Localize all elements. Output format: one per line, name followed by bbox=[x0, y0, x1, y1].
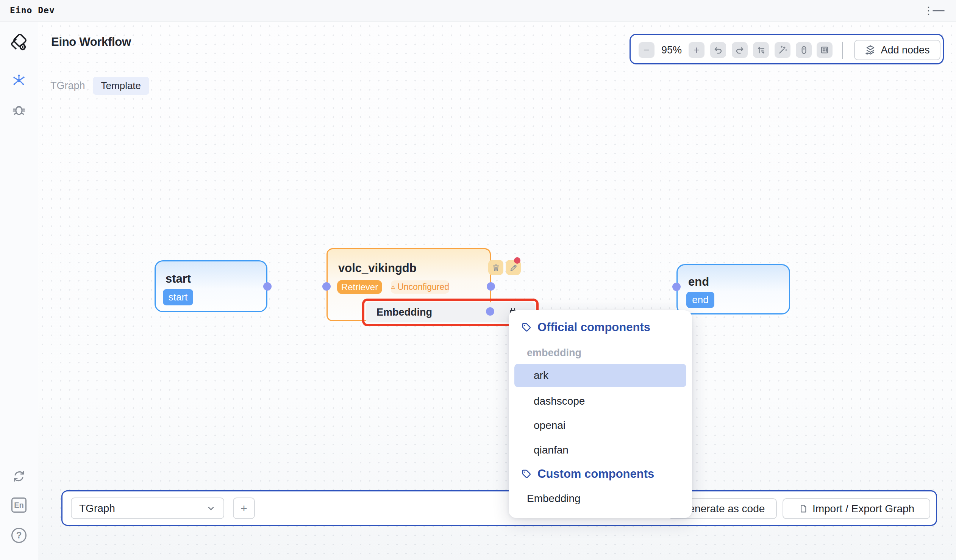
window-minimize-icon[interactable] bbox=[932, 10, 945, 11]
help-glyph: ? bbox=[11, 528, 27, 543]
edit-notification-dot bbox=[514, 257, 520, 264]
page-title: Eino Workflow bbox=[51, 35, 131, 49]
component-picker-panel: Official components embedding ark dashsc… bbox=[509, 310, 692, 518]
node-status-badge: Unconfigured bbox=[391, 280, 449, 294]
warning-icon bbox=[391, 283, 395, 291]
component-item-openai[interactable]: openai bbox=[514, 414, 686, 437]
language-toggle-icon[interactable]: En bbox=[11, 497, 27, 513]
zoom-in-button[interactable]: + bbox=[689, 42, 704, 58]
chevron-down-icon bbox=[206, 503, 216, 513]
breadcrumb: TGraph Template bbox=[50, 77, 149, 95]
node-start[interactable]: start start bbox=[154, 260, 267, 312]
layers-plus-icon bbox=[865, 44, 876, 56]
embedding-slot-label: Embedding bbox=[376, 307, 432, 318]
custom-components-heading: Custom components bbox=[521, 467, 654, 481]
undo-button[interactable] bbox=[710, 42, 726, 58]
workflow-graph-icon[interactable] bbox=[11, 73, 27, 88]
toolbar-separator bbox=[842, 42, 843, 59]
tag-icon bbox=[521, 468, 532, 480]
add-nodes-button[interactable]: Add nodes bbox=[854, 40, 940, 60]
left-sidebar: En ? bbox=[0, 22, 38, 560]
eino-logo-icon[interactable] bbox=[9, 33, 29, 53]
eino-dev-app: Eino Dev ⋮ bbox=[0, 0, 956, 560]
debug-bug-icon[interactable] bbox=[11, 102, 27, 117]
template-badge: Template bbox=[93, 77, 149, 95]
official-components-heading: Official components bbox=[521, 321, 650, 334]
node-end-title: end bbox=[688, 275, 709, 289]
node-volc-title: volc_vikingdb bbox=[338, 261, 417, 275]
node-end-badge: end bbox=[686, 292, 714, 308]
node-type-badge: Retriever bbox=[337, 280, 382, 294]
node-start-title: start bbox=[165, 272, 191, 286]
window-titlebar: Eino Dev ⋮ bbox=[0, 0, 956, 22]
zoom-level: 95% bbox=[659, 35, 684, 66]
end-input-port[interactable] bbox=[672, 283, 681, 291]
magic-wand-button[interactable] bbox=[775, 42, 791, 58]
app-title: Eino Dev bbox=[10, 5, 55, 15]
add-graph-button[interactable]: + bbox=[233, 497, 255, 519]
node-status-label: Unconfigured bbox=[397, 282, 449, 292]
component-item-ark[interactable]: ark bbox=[514, 364, 686, 387]
add-nodes-label: Add nodes bbox=[881, 44, 929, 56]
embedding-group-label: embedding bbox=[527, 347, 582, 359]
volc-output-port[interactable] bbox=[487, 282, 495, 291]
workflow-canvas[interactable]: Eino Workflow TGraph Template − 95% + bbox=[38, 22, 956, 560]
graph-select[interactable]: TGraph bbox=[71, 497, 224, 519]
component-item-embedding-custom[interactable]: Embedding bbox=[527, 489, 581, 508]
import-export-button[interactable]: Import / Export Graph bbox=[783, 498, 930, 519]
graph-select-value: TGraph bbox=[79, 502, 206, 514]
zoom-out-button[interactable]: − bbox=[638, 42, 654, 58]
delete-node-button[interactable] bbox=[488, 260, 503, 275]
minimap-button[interactable] bbox=[817, 42, 833, 58]
import-export-label: Import / Export Graph bbox=[813, 503, 914, 515]
embedding-slot-port[interactable] bbox=[486, 307, 494, 316]
mouse-mode-button[interactable] bbox=[796, 42, 812, 58]
window-menu-icon[interactable]: ⋮ bbox=[923, 3, 932, 18]
start-output-port[interactable] bbox=[263, 282, 272, 291]
canvas-toolbar: − 95% + bbox=[629, 34, 944, 64]
auto-layout-button[interactable] bbox=[753, 42, 769, 58]
volc-input-port[interactable] bbox=[322, 282, 331, 291]
graph-tab-bar: TGraph + Generate as code Import / Expor… bbox=[61, 490, 937, 526]
refresh-icon[interactable] bbox=[11, 469, 27, 484]
pencil-icon bbox=[509, 263, 518, 272]
help-icon[interactable]: ? bbox=[11, 528, 27, 543]
component-item-dashscope[interactable]: dashscope bbox=[514, 390, 686, 413]
component-item-qianfan[interactable]: qianfan bbox=[514, 438, 686, 462]
node-end[interactable]: end end bbox=[676, 264, 790, 315]
breadcrumb-graph-name[interactable]: TGraph bbox=[50, 80, 85, 92]
file-icon bbox=[799, 504, 808, 513]
redo-button[interactable] bbox=[732, 42, 748, 58]
tag-icon bbox=[521, 322, 532, 333]
language-toggle-label: En bbox=[11, 497, 27, 513]
node-start-badge: start bbox=[163, 289, 193, 305]
trash-icon bbox=[492, 263, 500, 272]
